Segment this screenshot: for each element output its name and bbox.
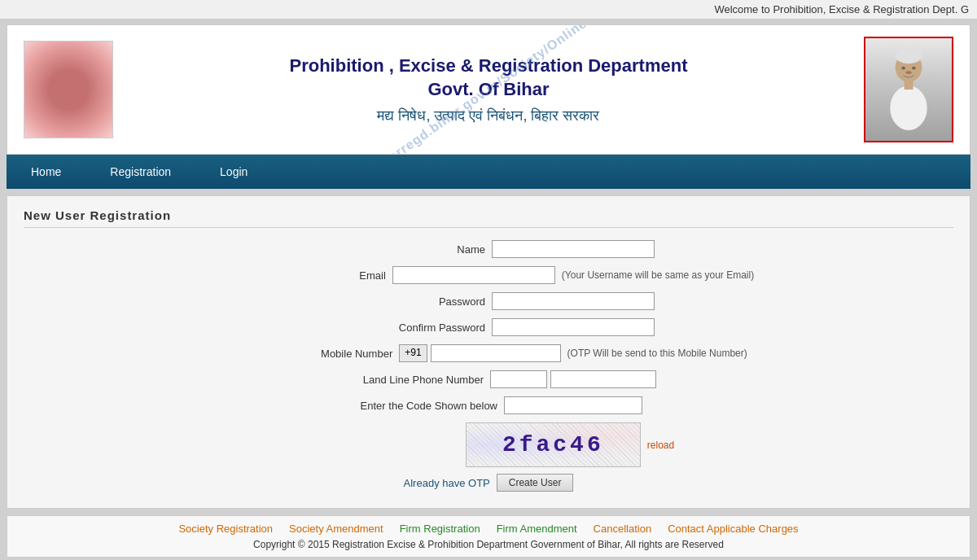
footer-link-firm-registration[interactable]: Firm Registration: [400, 523, 480, 535]
name-input[interactable]: [492, 240, 655, 258]
mobile-row: Mobile Number +91 (OTP Will be send to t…: [24, 344, 953, 362]
name-label: Name: [322, 243, 485, 256]
otp-label: Already have OTP: [404, 477, 490, 489]
email-hint: (Your Username will be same as your Emai…: [562, 269, 754, 281]
header-title-english: Prohibition , Excise & Registration Depa…: [129, 55, 848, 101]
captcha-input[interactable]: [504, 396, 642, 414]
minister-photo: [864, 37, 953, 142]
footer: Society Registration Society Amendment F…: [7, 515, 970, 558]
create-user-button[interactable]: Create User: [497, 474, 574, 492]
header-text: Prohibition , Excise & Registration Depa…: [113, 55, 864, 125]
logo-left: [24, 41, 113, 138]
footer-link-cancellation[interactable]: Cancellation: [594, 523, 652, 535]
navbar: Home Registration Login: [7, 155, 970, 189]
landline-label: Land Line Phone Number: [321, 374, 484, 386]
landline-row: Land Line Phone Number: [24, 370, 953, 388]
otp-row: Already have OTP Create User: [404, 474, 574, 492]
captcha-image: 2fac46: [466, 422, 641, 467]
mobile-prefix: +91: [399, 344, 427, 362]
mobile-hint: (OTP Will be send to this Mobile Number): [567, 348, 747, 359]
nav-login[interactable]: Login: [195, 155, 272, 189]
email-row: Email (Your Username will be same as you…: [24, 266, 953, 284]
name-row: Name: [24, 240, 953, 258]
footer-copyright: Copyright © 2015 Registration Excise & P…: [20, 539, 957, 550]
confirm-password-input[interactable]: [492, 318, 655, 336]
svg-point-6: [905, 71, 911, 74]
reload-captcha-link[interactable]: reload: [647, 440, 674, 451]
header: Prohibition , Excise & Registration Depa…: [7, 24, 970, 155]
footer-link-contact-charges[interactable]: Contact Applicable Charges: [668, 523, 798, 535]
landline-number[interactable]: [550, 370, 656, 388]
confirm-password-label: Confirm Password: [322, 322, 485, 334]
captcha-input-row: Enter the Code Shown below: [24, 396, 953, 414]
footer-links: Society Registration Society Amendment F…: [20, 523, 957, 535]
captcha-display-text: 2fac46: [502, 432, 604, 457]
top-bar: Welcome to Prohibition, Excise & Registr…: [0, 0, 977, 20]
captcha-label: Enter the Code Shown below: [335, 400, 497, 412]
password-label: Password: [322, 295, 485, 308]
svg-point-5: [912, 67, 916, 70]
email-input[interactable]: [392, 266, 555, 284]
footer-link-society-registration[interactable]: Society Registration: [178, 523, 273, 535]
password-row: Password: [24, 292, 953, 310]
welcome-text: Welcome to Prohibition, Excise & Registr…: [714, 3, 969, 15]
footer-link-firm-amendment[interactable]: Firm Amendment: [497, 523, 577, 535]
registration-form: Name Email (Your Username will be same a…: [24, 240, 953, 492]
svg-point-4: [901, 67, 905, 70]
mobile-label: Mobile Number: [230, 348, 392, 360]
footer-link-society-amendment[interactable]: Society Amendment: [289, 523, 383, 535]
landline-area-code[interactable]: [490, 370, 547, 388]
email-label: Email: [223, 269, 386, 282]
mobile-input[interactable]: [431, 344, 561, 362]
header-title-hindi: मद्य निषेध, उत्पाद एवं निबंधन, बिहार सरक…: [129, 107, 848, 125]
nav-registration[interactable]: Registration: [85, 155, 195, 189]
main-content: New User Registration Name Email (Your U…: [7, 195, 970, 509]
landline-inputs: [490, 370, 656, 388]
svg-point-2: [890, 85, 927, 130]
captcha-image-area: 2fac46 reload: [466, 422, 674, 467]
confirm-password-row: Confirm Password: [24, 318, 953, 336]
nav-home[interactable]: Home: [7, 155, 85, 189]
password-input[interactable]: [492, 292, 655, 310]
section-title: New User Registration: [24, 208, 953, 228]
svg-point-1: [896, 49, 922, 63]
svg-rect-3: [905, 81, 913, 90]
